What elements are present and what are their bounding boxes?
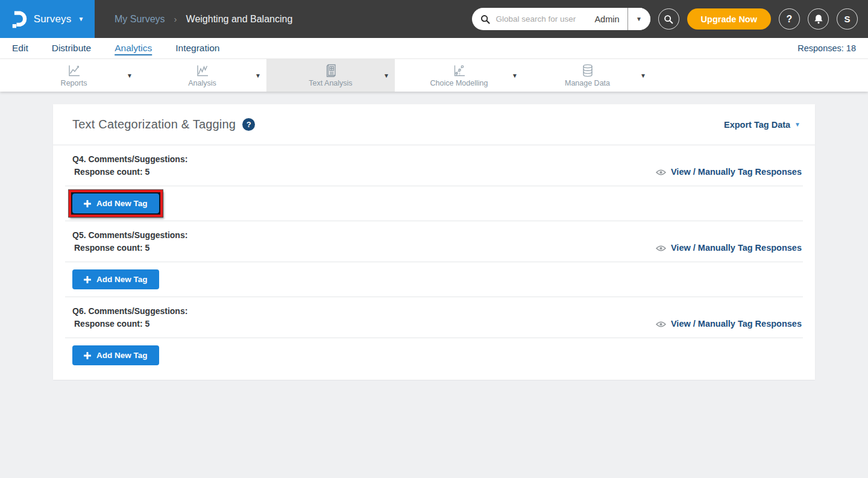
avatar-initial: S bbox=[844, 14, 850, 24]
help-icon[interactable]: ? bbox=[242, 118, 255, 131]
tab-label: Manage Data bbox=[565, 79, 610, 87]
export-tag-data-label: Export Tag Data bbox=[724, 120, 790, 130]
upgrade-now-button[interactable]: Upgrade Now bbox=[687, 8, 771, 30]
database-icon bbox=[580, 63, 595, 78]
nav-analytics[interactable]: Analytics bbox=[115, 43, 152, 54]
breadcrumb-current-survey: Weighting and Balancing bbox=[186, 14, 293, 25]
brand-surveys-menu[interactable]: Surveys ▼ bbox=[0, 0, 95, 38]
chevron-down-icon[interactable]: ▼ bbox=[255, 72, 261, 79]
brand-label: Surveys bbox=[34, 13, 72, 25]
tab-label: Analysis bbox=[188, 79, 216, 87]
search-scope-dropdown-button[interactable]: ▼ bbox=[628, 8, 650, 30]
notifications-button[interactable] bbox=[808, 8, 829, 30]
chevron-down-icon: ▼ bbox=[636, 16, 642, 22]
eye-icon bbox=[656, 169, 666, 176]
breadcrumb-my-surveys[interactable]: My Surveys bbox=[115, 14, 165, 25]
export-tag-data-dropdown[interactable]: Export Tag Data ▼ bbox=[724, 120, 800, 130]
breadcrumb: My Surveys › Weighting and Balancing bbox=[115, 14, 292, 25]
view-manually-tag-link[interactable]: View / Manually Tag Responses bbox=[656, 166, 802, 178]
chevron-down-icon[interactable]: ▼ bbox=[640, 72, 646, 79]
top-bar: Surveys ▼ My Surveys › Weighting and Bal… bbox=[0, 0, 868, 38]
tab-label: Text Analysis bbox=[309, 79, 352, 87]
plus-icon bbox=[84, 276, 91, 283]
add-new-tag-button[interactable]: Add New Tag bbox=[72, 269, 159, 289]
global-search: Admin ▼ bbox=[472, 8, 650, 30]
question-title: Q6. Comments/Suggestions: bbox=[72, 305, 187, 318]
header-actions: Admin ▼ Upgrade Now ? S bbox=[472, 0, 858, 38]
text-document-icon bbox=[324, 63, 338, 78]
add-new-tag-button[interactable]: Add New Tag bbox=[72, 345, 159, 365]
add-new-tag-button[interactable]: Add New Tag bbox=[72, 193, 159, 213]
tab-label: Reports bbox=[61, 79, 87, 87]
page-title: Text Categorization & Tagging bbox=[72, 118, 236, 131]
nav-edit[interactable]: Edit bbox=[12, 43, 28, 54]
question-section-q4: Q4. Comments/Suggestions: Response count… bbox=[53, 145, 815, 221]
question-title: Q4. Comments/Suggestions: bbox=[72, 153, 187, 166]
chevron-down-icon: ▼ bbox=[78, 16, 84, 22]
question-section-q6: Q6. Comments/Suggestions: Response count… bbox=[53, 297, 815, 373]
responses-count: Responses: 18 bbox=[797, 43, 856, 53]
account-avatar[interactable]: S bbox=[837, 8, 858, 30]
add-new-tag-label: Add New Tag bbox=[96, 275, 148, 284]
response-count: Response count: 5 bbox=[72, 242, 187, 254]
analytics-tab-bar: Reports ▼ Analysis ▼ Text Analysis ▼ bbox=[0, 59, 868, 92]
chevron-down-icon[interactable]: ▼ bbox=[383, 72, 389, 79]
view-manually-tag-link[interactable]: View / Manually Tag Responses bbox=[656, 318, 802, 330]
add-new-tag-label: Add New Tag bbox=[96, 199, 148, 208]
nav-distribute[interactable]: Distribute bbox=[52, 43, 91, 54]
view-link-label: View / Manually Tag Responses bbox=[671, 318, 802, 330]
plus-icon bbox=[84, 352, 91, 359]
response-count: Response count: 5 bbox=[72, 166, 187, 178]
chevron-down-icon: ▼ bbox=[794, 121, 800, 128]
global-search-input[interactable] bbox=[491, 14, 595, 24]
question-section-q5: Q5. Comments/Suggestions: Response count… bbox=[53, 221, 815, 297]
tab-reports[interactable]: Reports ▼ bbox=[10, 59, 138, 92]
chevron-down-icon[interactable]: ▼ bbox=[512, 72, 518, 79]
help-button[interactable]: ? bbox=[779, 8, 800, 30]
proprofs-logo-icon bbox=[11, 10, 27, 28]
search-button[interactable] bbox=[658, 8, 679, 30]
search-scope-label[interactable]: Admin bbox=[594, 14, 627, 24]
eye-icon bbox=[656, 245, 666, 252]
plus-icon bbox=[84, 200, 91, 207]
nav-integration[interactable]: Integration bbox=[175, 43, 219, 54]
bell-icon bbox=[814, 14, 823, 24]
chevron-down-icon[interactable]: ▼ bbox=[127, 72, 133, 79]
tab-text-analysis[interactable]: Text Analysis ▼ bbox=[266, 59, 395, 92]
view-manually-tag-link[interactable]: View / Manually Tag Responses bbox=[656, 242, 802, 254]
scatter-chart-icon bbox=[452, 63, 467, 78]
breadcrumb-separator: › bbox=[174, 14, 177, 24]
red-highlight-annotation: Add New Tag bbox=[69, 190, 163, 217]
response-count: Response count: 5 bbox=[72, 318, 187, 330]
tab-choice-modelling[interactable]: Choice Modelling ▼ bbox=[395, 59, 523, 92]
question-mark-icon: ? bbox=[787, 14, 793, 24]
view-link-label: View / Manually Tag Responses bbox=[671, 166, 802, 178]
main-content: Text Categorization & Tagging ? Export T… bbox=[0, 92, 868, 380]
question-title: Q5. Comments/Suggestions: bbox=[72, 229, 187, 242]
search-icon bbox=[480, 14, 491, 25]
view-link-label: View / Manually Tag Responses bbox=[671, 242, 802, 254]
eye-icon bbox=[656, 321, 666, 328]
survey-sub-nav: Edit Distribute Analytics Integration Re… bbox=[0, 38, 868, 59]
analysis-chart-icon bbox=[195, 63, 210, 78]
add-new-tag-label: Add New Tag bbox=[96, 351, 148, 360]
line-chart-icon bbox=[67, 63, 81, 78]
text-tagging-card: Text Categorization & Tagging ? Export T… bbox=[53, 104, 815, 380]
tab-manage-data[interactable]: Manage Data ▼ bbox=[523, 59, 652, 92]
tab-label: Choice Modelling bbox=[430, 79, 488, 87]
tab-analysis[interactable]: Analysis ▼ bbox=[138, 59, 266, 92]
card-header: Text Categorization & Tagging ? Export T… bbox=[53, 104, 815, 145]
